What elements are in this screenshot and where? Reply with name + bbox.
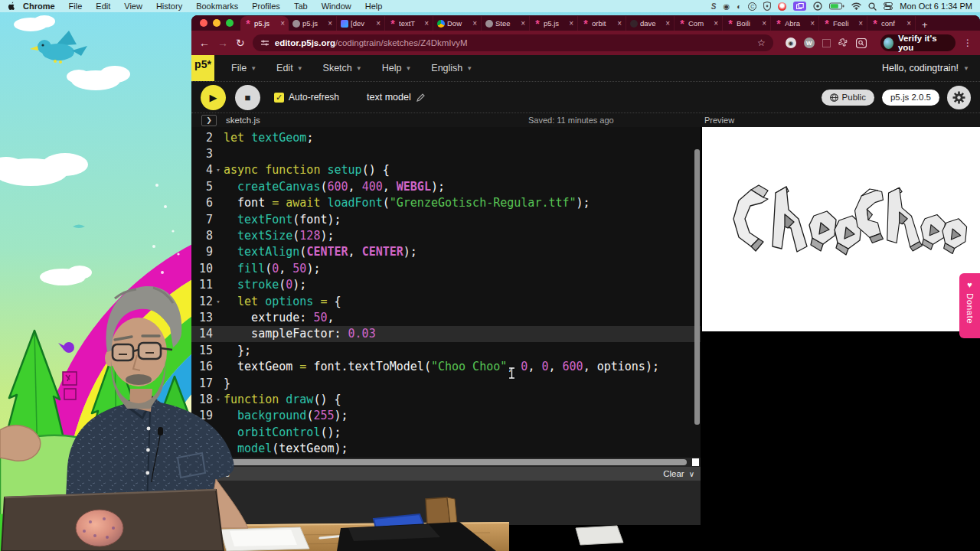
extension-icon[interactable]: ◉: [786, 37, 796, 48]
tab-close-icon[interactable]: ×: [569, 19, 573, 28]
menubar-item-profiles[interactable]: Profiles: [245, 2, 287, 11]
fold-arrow-icon[interactable]: ▾: [213, 166, 224, 174]
browser-menu-icon[interactable]: ⋮: [963, 37, 972, 48]
extension-square-icon[interactable]: [822, 39, 831, 47]
auto-refresh-toggle[interactable]: ✓ Auto-refresh: [274, 92, 339, 103]
browser-status-icon[interactable]: [778, 2, 786, 11]
minimize-window-button[interactable]: [213, 19, 220, 27]
browser-tab[interactable]: *conf×: [867, 16, 916, 31]
code-line-4[interactable]: 4▾async function setup() {: [191, 162, 701, 178]
auto-refresh-checkbox[interactable]: ✓: [274, 93, 284, 103]
tab-close-icon[interactable]: ×: [762, 19, 766, 28]
extensions-puzzle-icon[interactable]: [838, 38, 848, 48]
file-tab-sketchjs[interactable]: sketch.js: [226, 116, 260, 125]
bookmark-star-icon[interactable]: ☆: [757, 37, 766, 48]
chevron-down-icon[interactable]: ∨: [689, 470, 694, 478]
back-icon[interactable]: ←: [199, 37, 210, 49]
menubar-item-tab[interactable]: Tab: [287, 2, 315, 11]
site-settings-icon[interactable]: [260, 38, 270, 47]
donate-button[interactable]: ♥ Donate: [959, 273, 980, 338]
forward-icon[interactable]: →: [217, 37, 228, 49]
address-bar[interactable]: editor.p5js.org/codingtrain/sketches/Z4D…: [253, 34, 773, 51]
browser-tab[interactable]: *Com×: [675, 16, 723, 31]
browser-tab[interactable]: [dev×: [337, 16, 385, 31]
browser-tab[interactable]: *p5.js×: [240, 16, 289, 31]
sidebar-expand-button[interactable]: ❯: [201, 115, 217, 126]
lock-icon[interactable]: C: [748, 2, 756, 11]
tab-close-icon[interactable]: ×: [810, 19, 815, 28]
edit-pencil-icon[interactable]: [416, 93, 425, 102]
stats-icon[interactable]: S: [711, 2, 717, 11]
wifi-icon[interactable]: [851, 2, 861, 10]
screen-record-icon[interactable]: [793, 2, 806, 11]
zoom-window-button[interactable]: [226, 19, 234, 27]
console-clear-button[interactable]: Clear ∨: [663, 469, 694, 478]
p5-menu-english[interactable]: English▼: [431, 63, 472, 73]
public-badge[interactable]: Public: [822, 90, 874, 106]
p5-menu-sketch[interactable]: Sketch▼: [323, 63, 362, 73]
menubar-item-history[interactable]: History: [149, 2, 189, 11]
control-center-icon[interactable]: [884, 2, 893, 10]
camera-icon[interactable]: [813, 2, 822, 11]
version-badge[interactable]: p5.js 2.0.5: [882, 90, 939, 106]
preview-canvas[interactable]: [702, 127, 980, 331]
close-window-button[interactable]: [200, 19, 207, 27]
tab-close-icon[interactable]: ×: [906, 19, 911, 28]
browser-tab[interactable]: *Boili×: [723, 16, 771, 31]
p5-menu-file[interactable]: File▼: [231, 63, 256, 73]
tab-close-icon[interactable]: ×: [472, 19, 477, 28]
menubar-item-chrome[interactable]: Chrome: [16, 2, 62, 11]
code-line-3[interactable]: 3: [191, 145, 701, 161]
tab-close-icon[interactable]: ×: [521, 19, 525, 28]
browser-tab[interactable]: p5.js×: [289, 16, 337, 31]
code-line-7[interactable]: 7 textFont(font);: [191, 211, 701, 227]
p5-logo[interactable]: p5*: [191, 55, 214, 81]
shield-icon[interactable]: [763, 2, 771, 11]
menubar-item-view[interactable]: View: [117, 2, 149, 11]
play-button[interactable]: ▶: [201, 85, 226, 110]
tab-close-icon[interactable]: ×: [280, 19, 285, 28]
tab-close-icon[interactable]: ×: [714, 19, 718, 28]
account-greeting[interactable]: Hello, codingtrain! ▼: [882, 63, 969, 73]
menubar-item-bookmarks[interactable]: Bookmarks: [189, 2, 245, 11]
browser-tab[interactable]: *orbit×: [578, 16, 626, 31]
spotlight-icon[interactable]: [868, 2, 877, 11]
code-line-6[interactable]: 6 font = await loadFont("GrenzeGotisch-R…: [191, 195, 701, 211]
tab-close-icon[interactable]: ×: [617, 19, 622, 28]
settings-button[interactable]: [947, 86, 971, 109]
menubar-item-file[interactable]: File: [62, 2, 90, 11]
new-tab-button[interactable]: +: [922, 19, 928, 31]
code-line-8[interactable]: 8 textSize(128);: [191, 227, 701, 243]
code-line-5[interactable]: 5 createCanvas(600, 400, WEBGL);: [191, 178, 701, 194]
browser-tab[interactable]: *p5.js×: [530, 16, 578, 31]
tab-close-icon[interactable]: ×: [328, 19, 332, 28]
apple-icon[interactable]: [8, 2, 16, 11]
p5-menu-edit[interactable]: Edit▼: [276, 63, 302, 73]
battery-icon[interactable]: [829, 2, 844, 10]
browser-tab[interactable]: *textT×: [385, 16, 433, 31]
browser-tab[interactable]: *Feeli×: [819, 16, 867, 31]
vertical-scrollbar[interactable]: [694, 149, 700, 425]
code-line-9[interactable]: 9 textAlign(CENTER, CENTER);: [191, 244, 701, 260]
menubar-clock[interactable]: Mon Oct 6 1:34 PM: [900, 2, 972, 11]
browser-tab[interactable]: Stee×: [482, 16, 530, 31]
cc-icon[interactable]: ◉: [723, 2, 730, 11]
extension-w-icon[interactable]: W: [804, 37, 815, 48]
timer-icon[interactable]: ◐: [737, 2, 741, 11]
tab-search-icon[interactable]: [856, 38, 867, 48]
code-line-2[interactable]: 2let textGeom;: [191, 129, 701, 145]
menubar-item-window[interactable]: Window: [315, 2, 358, 11]
browser-tab[interactable]: *Abra×: [771, 16, 819, 31]
stop-button[interactable]: ■: [235, 85, 260, 110]
menubar-item-edit[interactable]: Edit: [89, 2, 117, 11]
sketch-name[interactable]: text model: [367, 92, 425, 103]
browser-tab[interactable]: dave×: [626, 16, 675, 31]
verify-profile-button[interactable]: Verify it's you: [880, 34, 956, 51]
tab-close-icon[interactable]: ×: [858, 19, 863, 28]
tab-close-icon[interactable]: ×: [665, 19, 670, 28]
tab-close-icon[interactable]: ×: [376, 19, 381, 28]
code-line-10[interactable]: 10 fill(0, 50);: [191, 260, 701, 276]
menubar-item-help[interactable]: Help: [358, 2, 390, 11]
reload-icon[interactable]: ↻: [236, 37, 245, 49]
tab-close-icon[interactable]: ×: [424, 19, 429, 28]
